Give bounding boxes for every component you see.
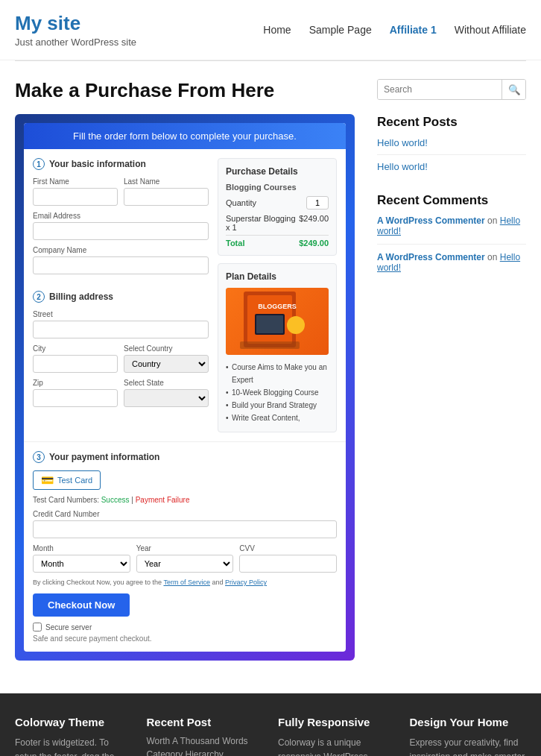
total-row: Total $249.00 [226,239,329,248]
select-country-label: Select Country [124,344,209,353]
footer-col4-title: Design Your Home [410,716,527,728]
terms-text: By clicking Checkout Now, you agree to t… [33,579,337,586]
last-name-input[interactable] [124,188,209,206]
email-label: Email Address [33,212,209,220]
qty-row: Quantity [226,196,329,210]
order-form-body: 1 Your basic information First Name Last… [24,149,346,441]
email-input[interactable] [33,222,209,240]
city-input[interactable] [33,355,118,373]
comment-item-2: A WordPress Commenter on Hello world! [377,252,526,280]
site-title-link[interactable]: My site [15,12,80,34]
bullet-4: Write Great Content, [226,412,329,424]
cvv-input[interactable] [239,555,337,573]
year-select[interactable]: Year [136,555,234,573]
zip-group: Zip [33,379,118,407]
card-type-button[interactable]: 💳 Test Card [33,470,101,490]
street-input[interactable] [33,321,209,338]
cc-expiry-row: Month Month Year Year CVV [33,544,337,573]
bullet-1: Course Aims to Make you an Expert [226,361,329,386]
plan-title: Plan Details [226,271,329,282]
page-title: Make a Purchase From Here [15,79,355,102]
zip-input[interactable] [33,389,118,407]
bloggers-box: BLOGGERS [226,288,329,355]
state-group: Select State [124,379,209,407]
order-form-right: Purchase Details Blogging Courses Quanti… [218,158,337,432]
total-price: $249.00 [299,239,329,248]
zip-state-row: Zip Select State [33,379,209,407]
cvv-label: CVV [239,544,337,552]
footer-post-link-2[interactable]: Category Hierarchy Elements [147,749,264,756]
plan-details: Plan Details BLOGGERS [218,263,337,432]
first-name-group: First Name [33,177,118,206]
quantity-input[interactable] [306,196,329,210]
state-select[interactable] [124,389,209,407]
privacy-link[interactable]: Privacy Policy [225,579,267,586]
month-field: Month Month [33,544,130,573]
nav-without-affiliate[interactable]: Without Affiliate [455,24,526,36]
success-link[interactable]: Success [101,496,130,504]
last-name-group: Last Name [124,177,209,206]
nav-sample-page[interactable]: Sample Page [309,24,372,36]
cc-number-input[interactable] [33,520,337,538]
section3-num: 3 [33,451,45,463]
svg-point-5 [287,316,305,334]
order-form-header: Fill the order form below to complete yo… [24,123,346,149]
zip-label: Zip [33,379,118,387]
footer-col-3: Fully Responsive Colorway is a unique re… [278,716,395,756]
footer-col-1: Colorway Theme Footer is widgetized. To … [15,716,132,756]
bullet-2: 10-Week Blogging Course [226,386,329,399]
nav-home[interactable]: Home [263,24,291,36]
footer-col-4: Design Your Home Express your creativity… [410,716,527,756]
post-link-1[interactable]: Hello world! [377,137,526,155]
footer-col1-title: Colorway Theme [15,716,132,728]
purchase-details: Purchase Details Blogging Courses Quanti… [218,158,337,256]
company-input[interactable] [33,256,209,274]
checkout-button[interactable]: Checkout Now [33,593,130,617]
section2-text: Billing address [49,292,113,302]
footer-grid: Colorway Theme Footer is widgetized. To … [15,716,526,756]
name-row: First Name Last Name [33,177,209,206]
comment-on-1: on [487,215,500,226]
price-row: Superstar Blogging x 1 $249.00 [226,214,329,236]
section3-text: Your payment information [49,452,159,462]
year-label: Year [136,544,234,552]
footer-col4-text: Express your creativity, find inspiratio… [410,736,527,756]
svg-text:BLOGGERS: BLOGGERS [258,303,297,310]
section3-label: 3 Your payment information [33,451,337,463]
site-tagline: Just another WordPress site [15,37,136,48]
site-header: My site Just another WordPress site Home… [0,0,541,60]
commenter-2: A WordPress Commenter [377,252,485,262]
search-button[interactable]: 🔍 [502,80,526,99]
search-icon: 🔍 [508,84,521,95]
terms-link[interactable]: Term of Service [163,579,210,586]
recent-posts-section: Recent Posts Hello world! Hello world! [377,115,526,178]
month-select[interactable]: Month [33,555,130,573]
comment-item-1: A WordPress Commenter on Hello world! [377,215,526,245]
bloggers-graphic: BLOGGERS [240,288,314,355]
post-link-2[interactable]: Hello world! [377,161,526,178]
select-state-label: Select State [124,379,209,387]
comment-on-2: on [487,252,500,262]
footer-col3-title: Fully Responsive [278,716,395,728]
section1-label: 1 Your basic information [33,158,209,170]
year-field: Year Year [136,544,234,573]
nav-affiliate1[interactable]: Affiliate 1 [390,24,437,36]
footer-col1-text: Footer is widgetized. To setup the foote… [15,736,132,756]
first-name-input[interactable] [33,188,118,206]
footer-post-link-1[interactable]: Worth A Thousand Words [147,736,264,746]
city-group: City [33,344,118,373]
site-title: My site [15,12,136,35]
section1-num: 1 [33,158,45,170]
secure-checkbox[interactable] [33,623,42,631]
section2-label: 2 Billing address [33,291,209,303]
card-btn-label: Test Card [57,476,92,485]
search-input[interactable] [378,80,502,99]
recent-comments-title: Recent Comments [377,193,526,208]
purchase-title: Purchase Details [226,166,329,177]
month-label: Month [33,544,130,552]
basic-info-section: 1 Your basic information First Name Last… [33,158,209,280]
sidebar: 🔍 Recent Posts Hello world! Hello world!… [377,79,526,661]
failure-link[interactable]: Payment Failure [136,496,190,504]
svg-rect-4 [256,315,283,333]
country-select[interactable]: Country [124,355,209,373]
